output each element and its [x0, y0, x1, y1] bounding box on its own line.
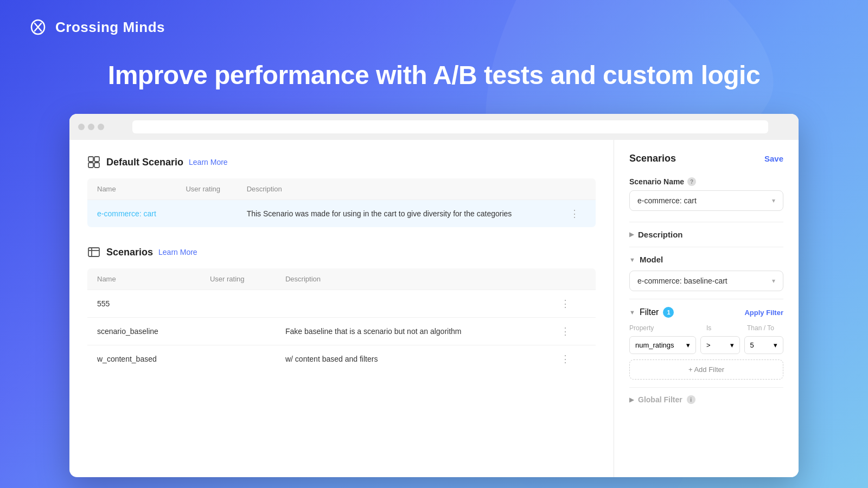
default-scenario-title: Default Scenario — [106, 157, 183, 168]
chevron-down-icon: ▾ — [774, 341, 777, 349]
save-button[interactable]: Save — [764, 154, 783, 163]
chevron-down-icon: ▾ — [730, 341, 734, 349]
filter-accordion: ▼ Filter 1 Apply Filter Property Is Than… — [629, 299, 783, 387]
chevron-right-global-icon: ▶ — [629, 396, 634, 403]
browser-traffic-lights — [78, 124, 104, 130]
table-row: 555 ⋮ — [87, 290, 596, 318]
hero-title: Improve performance with A/B tests and c… — [0, 60, 868, 91]
table-row: w_content_based w/ content based and fil… — [87, 345, 596, 373]
left-panel: Default Scenario Learn More Name User ra… — [69, 140, 614, 477]
global-filter-help-icon[interactable]: i — [687, 395, 695, 404]
svg-rect-4 — [88, 248, 99, 256]
filter-value-dropdown[interactable]: 5 ▾ — [744, 336, 784, 354]
filter-value: 5 — [750, 341, 754, 349]
scenario-name-label: Scenario Name ? — [629, 177, 783, 186]
col-user-rating-2: User rating — [200, 268, 276, 290]
apply-filter-button[interactable]: Apply Filter — [744, 309, 783, 317]
scenario-name-dropdown[interactable]: e-commerce: cart ▾ — [629, 190, 783, 211]
right-panel-title: Scenarios — [629, 153, 676, 164]
svg-rect-1 — [94, 157, 99, 162]
row-menu-button[interactable]: ⋮ — [558, 353, 572, 365]
description-accordion-header[interactable]: ▶ Description — [629, 230, 783, 239]
col-user-rating-1: User rating — [176, 178, 237, 200]
scenario-name-help-icon[interactable]: ? — [687, 177, 696, 186]
row-menu-button[interactable]: ⋮ — [558, 298, 572, 310]
browser-dot-green — [98, 124, 104, 130]
scenario-row-rating — [200, 318, 276, 345]
browser-chrome — [69, 114, 799, 140]
filter-count-badge: 1 — [663, 307, 674, 318]
filter-than-header: Than / To — [747, 324, 783, 332]
description-label: Description — [638, 230, 683, 239]
filter-operator-value: > — [706, 341, 711, 349]
right-panel: Scenarios Save Scenario Name ? e-commerc… — [614, 140, 799, 477]
filter-operator-dropdown[interactable]: > ▾ — [700, 336, 740, 354]
browser-address-bar[interactable] — [132, 120, 768, 133]
scenario-name-link[interactable]: e-commerce: cart — [97, 209, 156, 218]
scenario-row-name: scenario_baseline — [87, 318, 200, 345]
browser-content: Default Scenario Learn More Name User ra… — [69, 140, 799, 477]
chevron-down-icon: ▾ — [686, 341, 690, 349]
default-scenario-header: Default Scenario Learn More — [87, 155, 596, 169]
col-name-2: Name — [87, 268, 200, 290]
scenarios-table: Name User rating Description 555 ⋮ scen — [87, 268, 596, 373]
filter-column-headers: Property Is Than / To — [629, 324, 783, 332]
chevron-down-icon: ▾ — [772, 277, 775, 285]
filter-property-dropdown[interactable]: num_ratings ▾ — [629, 336, 696, 354]
filter-inputs-row: num_ratings ▾ > ▾ 5 ▾ — [629, 336, 783, 354]
add-filter-button[interactable]: + Add Filter — [629, 359, 783, 380]
global-filter-label: Global Filter — [638, 395, 682, 404]
svg-rect-3 — [94, 163, 99, 168]
brand-name: Crossing Minds — [55, 19, 165, 36]
filter-property-value: num_ratings — [635, 341, 674, 349]
scenario-row-desc: w/ content based and filters — [276, 345, 548, 373]
filter-is-header: Is — [706, 324, 743, 332]
svg-rect-0 — [88, 157, 93, 162]
default-scenario-learn-more[interactable]: Learn More — [189, 158, 228, 166]
crossing-minds-logo-icon — [27, 16, 49, 38]
row-menu-button[interactable]: ⋮ — [558, 325, 572, 337]
filter-property-header: Property — [629, 324, 702, 332]
col-description-2: Description — [276, 268, 548, 290]
scenario-name-section: Scenario Name ? e-commerce: cart ▾ — [629, 177, 783, 211]
model-accordion-header[interactable]: ▼ Model — [629, 255, 783, 264]
col-description-1: Description — [237, 178, 558, 200]
row-menu-button[interactable]: ⋮ — [567, 208, 582, 220]
browser-dot-red — [78, 124, 85, 130]
model-dropdown[interactable]: e-commerce: baseline-cart ▾ — [629, 271, 783, 291]
right-panel-header: Scenarios Save — [629, 153, 783, 164]
scenarios-learn-more[interactable]: Learn More — [158, 248, 197, 256]
filter-title-group: ▼ Filter 1 — [629, 307, 674, 318]
chevron-down-icon: ▾ — [772, 197, 775, 204]
header: Crossing Minds — [27, 16, 165, 38]
scenario-row-name: w_content_based — [87, 345, 200, 373]
user-rating-cell — [176, 200, 237, 228]
table-row: scenario_baseline Fake baseline that is … — [87, 318, 596, 345]
filter-label: Filter — [640, 307, 659, 317]
default-scenario-icon — [87, 155, 101, 169]
chevron-down-model-icon: ▼ — [629, 256, 635, 263]
filter-row-container: Property Is Than / To num_ratings ▾ > ▾ — [629, 324, 783, 380]
table-row: e-commerce: cart This Scenario was made … — [87, 200, 596, 228]
description-accordion: ▶ Description — [629, 222, 783, 247]
scenarios-section-header: Scenarios Learn More — [87, 245, 596, 259]
chevron-right-icon: ▶ — [629, 231, 634, 238]
model-label: Model — [640, 255, 663, 264]
global-filter-section: ▶ Global Filter i — [629, 387, 783, 404]
description-cell: This Scenario was made for using in the … — [237, 200, 558, 228]
scenario-row-desc: Fake baseline that is a scenario but not… — [276, 318, 548, 345]
scenario-name-value: e-commerce: cart — [637, 196, 697, 205]
col-actions-2 — [548, 268, 596, 290]
chevron-down-filter-icon: ▼ — [629, 309, 635, 316]
default-scenario-table: Name User rating Description e-commerce:… — [87, 178, 596, 228]
filter-header: ▼ Filter 1 Apply Filter — [629, 307, 783, 318]
col-name-1: Name — [87, 178, 176, 200]
model-accordion: ▼ Model e-commerce: baseline-cart ▾ — [629, 247, 783, 299]
model-value: e-commerce: baseline-cart — [637, 277, 727, 285]
scenario-row-rating — [200, 290, 276, 318]
scenario-row-rating — [200, 345, 276, 373]
col-actions-1 — [558, 178, 596, 200]
browser-dot-yellow — [88, 124, 94, 130]
scenario-row-name: 555 — [87, 290, 200, 318]
scenarios-icon — [87, 245, 101, 259]
